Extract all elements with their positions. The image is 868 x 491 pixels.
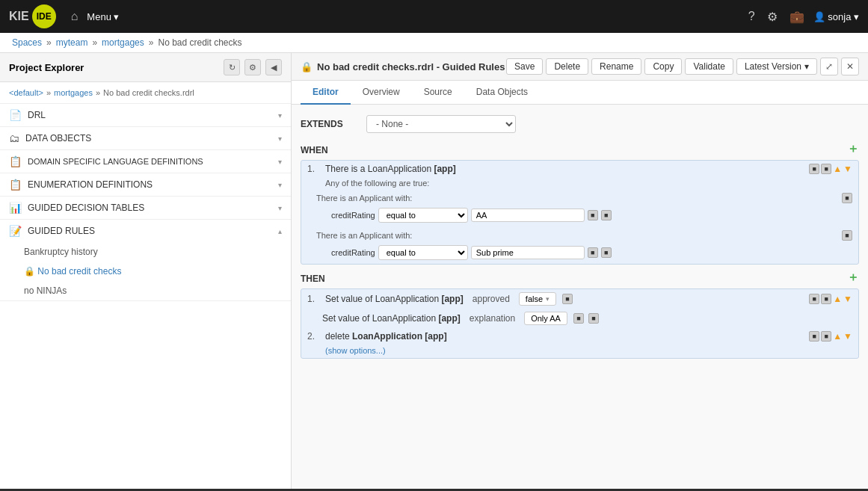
sidebar-settings-button[interactable]: ⚙ xyxy=(244,59,261,75)
breadcrumb-mortgages[interactable]: mortgages xyxy=(102,37,144,48)
sidebar-label-data-objects: DATA OBJECTS xyxy=(25,133,272,143)
sub-condition-1-header: There is an Applicant with: ■ xyxy=(316,191,852,206)
approved-value: false ▾ xyxy=(519,292,556,306)
sub-condition-1-options[interactable]: ■ xyxy=(842,193,852,203)
gdt-expand-icon: ▾ xyxy=(278,204,282,212)
operator-select-1[interactable]: equal to xyxy=(378,208,468,223)
drl-expand-icon: ▾ xyxy=(278,111,282,120)
action-down-1[interactable]: ▼ xyxy=(843,294,852,304)
tab-editor[interactable]: Editor xyxy=(301,81,351,105)
action-delete-2[interactable]: ■ xyxy=(809,331,819,342)
user-menu[interactable]: 👤 sonja ▾ xyxy=(813,11,859,22)
sub-condition-2-header: There is an Applicant with: ■ xyxy=(316,228,852,243)
sidebar-breadcrumb: <default> » mortgages » No bad credit ch… xyxy=(0,82,291,104)
sidebar-item-gdt[interactable]: 📊 GUIDED DECISION TABLES ▾ xyxy=(0,197,291,219)
enum-expand-icon: ▾ xyxy=(278,181,282,189)
kie-logo: KIE IDE xyxy=(9,4,56,28)
action-down-2[interactable]: ▼ xyxy=(843,331,852,342)
rename-button[interactable]: Rename xyxy=(591,58,641,75)
validate-button[interactable]: Validate xyxy=(685,58,733,75)
sub-condition-1-fields: creditRating equal to ■ ■ xyxy=(316,206,852,225)
sidebar-label-guided-rules: GUIDED RULES xyxy=(28,226,272,236)
sub-condition-2-options[interactable]: ■ xyxy=(842,230,852,241)
briefcase-icon[interactable]: 💼 xyxy=(789,10,804,24)
then-field-explanation: explanation xyxy=(470,313,515,324)
settings-icon[interactable]: ⚙ xyxy=(767,10,778,24)
then-action-1b: Set value of LoanApplication [app] expla… xyxy=(301,309,858,328)
guided-rules-expand-icon: ▴ xyxy=(278,227,282,235)
title-lock-icon: 🔒 xyxy=(301,61,313,72)
credit-rating-label-1: creditRating xyxy=(331,211,375,220)
action-options-1a[interactable]: ■ xyxy=(562,294,573,304)
extends-label: EXTENDS xyxy=(301,119,360,129)
then-block-1: 1. Set value of LoanApplication [app] ap… xyxy=(301,288,859,359)
save-button[interactable]: Save xyxy=(506,58,543,75)
sidebar-item-enum[interactable]: 📋 ENUMERATION DEFINITIONS ▾ xyxy=(0,173,291,196)
condition-up-button-1[interactable]: ▲ xyxy=(833,164,842,174)
sidebar-item-data-objects[interactable]: 🗂 DATA OBJECTS ▾ xyxy=(0,127,291,149)
dsl-expand-icon: ▾ xyxy=(278,158,282,166)
nav-icons: ? ⚙ 💼 xyxy=(748,10,804,24)
close-editor-button[interactable]: ✕ xyxy=(841,58,859,75)
action-del-1b[interactable]: ■ xyxy=(588,313,599,324)
extends-select[interactable]: - None - xyxy=(366,115,516,133)
delete-button[interactable]: Delete xyxy=(546,58,588,75)
drl-icon: 📄 xyxy=(9,109,22,121)
sub-field-opts-1[interactable]: ■ xyxy=(588,210,598,220)
sidebar-item-dsl[interactable]: 📋 DOMAIN SPECIFIC LANGUAGE DEFINITIONS ▾ xyxy=(0,150,291,173)
sidebar-rule-bankruptcy[interactable]: Bankruptcy history xyxy=(0,242,291,262)
condition-delete-button-1[interactable]: ■ xyxy=(821,164,831,174)
top-navigation: KIE IDE ⌂ Menu ▾ ? ⚙ 💼 👤 sonja ▾ xyxy=(0,0,868,33)
value-input-2[interactable] xyxy=(471,246,585,259)
tabs-row: Editor Overview Source Data Objects xyxy=(292,81,868,105)
copy-button[interactable]: Copy xyxy=(644,58,682,75)
breadcrumb-spaces[interactable]: Spaces xyxy=(12,37,42,48)
tab-data-objects[interactable]: Data Objects xyxy=(464,81,540,105)
value-input-1[interactable] xyxy=(471,209,585,222)
sidebar-item-drl[interactable]: 📄 DRL ▾ xyxy=(0,104,291,126)
when-label: WHEN xyxy=(301,140,328,157)
home-icon[interactable]: ⌂ xyxy=(71,10,79,23)
sidebar-collapse-button[interactable]: ◀ xyxy=(265,59,282,75)
action-up-1[interactable]: ▲ xyxy=(833,294,842,304)
condition-block-1: 1. There is a LoanApplication [app] ■ ■ … xyxy=(301,160,859,265)
sidebar-rule-no-bad-credit[interactable]: 🔒 No bad credit checks xyxy=(0,262,291,281)
tab-overview[interactable]: Overview xyxy=(351,81,412,105)
condition-down-button-1[interactable]: ▼ xyxy=(843,164,852,174)
action-options-1b[interactable]: ■ xyxy=(573,313,584,324)
sub-field-del-1[interactable]: ■ xyxy=(601,210,612,220)
sidebar-refresh-button[interactable]: ↻ xyxy=(224,59,240,75)
action-controls-2: ■ ■ ▲ ▼ xyxy=(809,331,852,342)
tab-source[interactable]: Source xyxy=(412,81,464,105)
breadcrumb-myteam[interactable]: myteam xyxy=(56,37,88,48)
show-options-link[interactable]: (show options...) xyxy=(301,345,858,358)
sidebar-section-gdt: 📊 GUIDED DECISION TABLES ▾ xyxy=(0,197,291,220)
version-label: Latest Version xyxy=(745,61,801,72)
sidebar-breadcrumb-default[interactable]: <default> xyxy=(9,88,43,97)
action-up-2[interactable]: ▲ xyxy=(833,331,842,342)
when-add-button[interactable]: ＋ xyxy=(847,141,859,157)
sidebar-breadcrumb-mortgages[interactable]: mortgages xyxy=(54,88,93,97)
content-area: 🔒 No bad credit checks.rdrl - Guided Rul… xyxy=(292,53,868,489)
sub-field-opts-2[interactable]: ■ xyxy=(588,247,598,258)
then-add-button[interactable]: ＋ xyxy=(847,270,859,285)
enum-icon: 📋 xyxy=(9,179,22,191)
tab-bar-header: 🔒 No bad credit checks.rdrl - Guided Rul… xyxy=(292,53,868,81)
then-action-2: 2. delete LoanApplication [app] ■ ■ ▲ ▼ xyxy=(301,328,858,345)
action-opts-1[interactable]: ■ xyxy=(821,294,831,304)
condition-options-button-1[interactable]: ■ xyxy=(809,164,819,174)
operator-select-2[interactable]: equal to xyxy=(378,245,468,260)
then-text-2: delete LoanApplication [app] xyxy=(325,331,447,342)
maximize-button[interactable]: ⤢ xyxy=(820,58,838,75)
version-button[interactable]: Latest Version ▾ xyxy=(736,58,817,75)
sidebar-section-guided-rules: 📝 GUIDED RULES ▴ Bankruptcy history 🔒 No… xyxy=(0,220,291,301)
sidebar-section-drl: 📄 DRL ▾ xyxy=(0,104,291,127)
sidebar-rule-no-ninjas[interactable]: no NINJAs xyxy=(0,281,291,300)
action-opts-2[interactable]: ■ xyxy=(821,331,831,342)
action-delete-1[interactable]: ■ xyxy=(809,294,819,304)
kie-text: KIE xyxy=(9,10,29,23)
help-icon[interactable]: ? xyxy=(748,10,755,23)
menu-button[interactable]: Menu ▾ xyxy=(87,11,119,22)
sub-field-del-2[interactable]: ■ xyxy=(601,247,612,258)
sidebar-item-guided-rules[interactable]: 📝 GUIDED RULES ▴ xyxy=(0,220,291,242)
